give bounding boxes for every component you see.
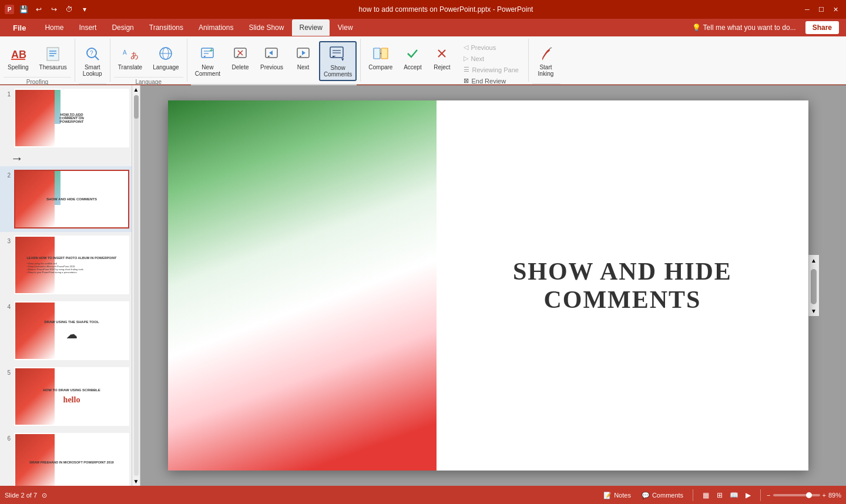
zoom-slider[interactable] bbox=[773, 494, 820, 496]
normal-view-btn[interactable]: ▦ bbox=[699, 489, 712, 502]
svg-marker-25 bbox=[269, 51, 273, 55]
new-comment-label: NewComment bbox=[195, 64, 220, 77]
share-button[interactable]: Share bbox=[805, 21, 839, 34]
tab-slideshow[interactable]: Slide Show bbox=[241, 19, 291, 36]
notes-button[interactable]: 📝 Notes bbox=[600, 490, 634, 500]
slide-thumbnail-6[interactable]: 6 DRAW FREEHAND IN MICROSOFT POWERPOINT … bbox=[0, 429, 132, 486]
scrollbar-down-btn[interactable]: ▼ bbox=[808, 305, 819, 316]
end-review-btn[interactable]: ⊠ End Review bbox=[460, 76, 522, 86]
compare-next-btn[interactable]: ▷ Next bbox=[460, 53, 522, 63]
right-scrollbar[interactable]: ▲ ▼ bbox=[808, 255, 819, 316]
arrow-indicator: → bbox=[0, 151, 132, 166]
reviewing-pane-btn[interactable]: ☰ Reviewing Pane bbox=[460, 65, 522, 75]
reading-view-btn[interactable]: 📖 bbox=[727, 489, 740, 502]
slide-thumbnail-2[interactable]: 2 SHOW AND HIDE COMMENTS bbox=[0, 166, 132, 232]
previous-comment-button[interactable]: Previous bbox=[256, 41, 287, 73]
svg-rect-35 bbox=[381, 48, 388, 59]
slide-number-5: 5 bbox=[2, 367, 11, 376]
svg-text:あ: あ bbox=[130, 51, 139, 60]
slide-number-6: 6 bbox=[2, 433, 11, 442]
main-slide-canvas[interactable]: SHOW AND HIDE COMMENTS bbox=[168, 100, 808, 471]
next-comment-button[interactable]: Next bbox=[290, 41, 317, 73]
slide-panel-scrollbar[interactable]: ▲ ▼ bbox=[132, 85, 140, 486]
tell-me-bar[interactable]: 💡 Tell me what you want to do... bbox=[687, 23, 801, 32]
scroll-down-btn[interactable]: ▼ bbox=[132, 477, 140, 486]
thesaurus-icon bbox=[43, 44, 62, 63]
language-icon bbox=[156, 44, 175, 63]
comments-status-label: Comments bbox=[652, 492, 683, 499]
smart-lookup-icon: ? bbox=[83, 44, 102, 63]
accept-button[interactable]: Accept bbox=[399, 41, 426, 73]
spelling-label: Spelling bbox=[8, 64, 29, 70]
zoom-level[interactable]: 89% bbox=[828, 492, 841, 499]
thesaurus-button[interactable]: Thesaurus bbox=[35, 41, 71, 73]
proofing-group: ABC Spelling Thesaurus Proofing bbox=[0, 39, 75, 82]
save-qat-btn[interactable]: 💾 bbox=[18, 4, 29, 15]
slide-thumbnail-5[interactable]: 5 HOW TO DRAW USING SCRIBBLE hello bbox=[0, 364, 132, 429]
tab-file[interactable]: File bbox=[2, 19, 36, 36]
close-btn[interactable]: ✕ bbox=[830, 4, 841, 15]
tab-insert[interactable]: Insert bbox=[72, 19, 103, 36]
minimize-btn[interactable]: ─ bbox=[801, 4, 813, 15]
spelling-icon: ABC bbox=[9, 44, 28, 63]
tab-design[interactable]: Design bbox=[105, 19, 140, 36]
zoom-in-icon[interactable]: + bbox=[822, 492, 826, 499]
spelling-button[interactable]: ABC Spelling bbox=[4, 41, 33, 73]
tab-animations[interactable]: Animations bbox=[192, 19, 240, 36]
zoom-slider-thumb bbox=[806, 492, 812, 498]
slide-info: Slide 2 of 7 bbox=[5, 492, 37, 499]
start-inking-button[interactable]: StartInking bbox=[532, 41, 559, 80]
zoom-out-icon[interactable]: − bbox=[767, 492, 770, 499]
view-buttons: ▦ ⊞ 📖 ▶ bbox=[699, 489, 754, 502]
undo-qat-btn[interactable]: ↩ bbox=[33, 4, 45, 15]
compare-button[interactable]: Compare bbox=[364, 41, 397, 73]
slide-panel: 1 HOW TO ADDCOMMENT ONPOWERPOINT simple … bbox=[0, 85, 132, 486]
status-right: 📝 Notes 💬 Comments ▦ ⊞ 📖 ▶ − + 89% bbox=[600, 489, 841, 502]
show-comments-button[interactable]: ▾ ShowComments bbox=[319, 41, 357, 81]
start-inking-label: StartInking bbox=[538, 64, 554, 77]
ribbon-content: ABC Spelling Thesaurus Proofing ? bbox=[0, 36, 846, 85]
comments-status-button[interactable]: 💬 Comments bbox=[638, 490, 687, 500]
tab-review[interactable]: Review bbox=[292, 19, 329, 36]
slideshow-view-btn[interactable]: ▶ bbox=[741, 489, 754, 502]
reject-button[interactable]: Reject bbox=[428, 41, 455, 73]
slide-thumb-img-1: HOW TO ADDCOMMENT ONPOWERPOINT simple sl… bbox=[14, 89, 129, 147]
status-icon-accessibility[interactable]: ⊙ bbox=[42, 492, 47, 499]
translate-button[interactable]: Aあ Translate bbox=[114, 41, 146, 73]
tab-home[interactable]: Home bbox=[38, 19, 70, 36]
next-comment-icon bbox=[294, 44, 313, 63]
slide-thumbnail-4[interactable]: 4 DRAW USING THE SHAPE TOOL ☁ bbox=[0, 298, 132, 364]
slide-thumbnail-3[interactable]: 3 LEARN HOW TO INSERT PHOTO ALBUM IN POW… bbox=[0, 232, 132, 298]
redo-qat-btn[interactable]: ↪ bbox=[48, 4, 60, 15]
svg-text:?: ? bbox=[90, 50, 93, 56]
new-comment-button[interactable]: + NewComment bbox=[191, 41, 224, 80]
show-comments-label: ShowComments bbox=[324, 65, 352, 78]
ink-group: StartInking Ink bbox=[529, 39, 564, 82]
scroll-up-btn[interactable]: ▲ bbox=[132, 85, 140, 94]
compare-group: Compare Accept Reject ◁ bbox=[361, 39, 529, 82]
tab-transitions[interactable]: Transitions bbox=[142, 19, 190, 36]
language-button[interactable]: Language bbox=[149, 41, 183, 73]
scrollbar-up-btn[interactable]: ▲ bbox=[808, 255, 819, 266]
title-bar-title: how to add comments on PowerPoint.pptx -… bbox=[90, 5, 801, 14]
delete-comment-icon bbox=[231, 44, 250, 63]
maximize-btn[interactable]: ☐ bbox=[815, 4, 827, 15]
slide-thumbnail-1[interactable]: 1 HOW TO ADDCOMMENT ONPOWERPOINT simple … bbox=[0, 85, 132, 151]
tell-me-text: Tell me what you want to do... bbox=[703, 23, 796, 32]
slide-number-1: 1 bbox=[2, 89, 11, 98]
compare-label: Compare bbox=[368, 64, 392, 70]
tab-view[interactable]: View bbox=[331, 19, 360, 36]
slide-thumb-img-3: LEARN HOW TO INSERT PHOTO ALBUM IN POWER… bbox=[14, 236, 129, 294]
delete-comment-button[interactable]: Delete bbox=[227, 41, 254, 73]
scroll-track bbox=[134, 95, 139, 476]
more-qat-btn[interactable]: ▾ bbox=[79, 4, 90, 15]
slide-sorter-btn[interactable]: ⊞ bbox=[713, 489, 726, 502]
smart-lookup-button[interactable]: ? SmartLookup bbox=[79, 41, 106, 80]
slide-number-4: 4 bbox=[2, 301, 11, 310]
show-comments-icon: ▾ bbox=[328, 45, 347, 63]
compare-previous-btn[interactable]: ◁ Previous bbox=[460, 42, 522, 52]
autosave-qat-btn[interactable]: ⏱ bbox=[63, 4, 75, 15]
main-slide-title: SHOW AND HIDE COMMENTS bbox=[437, 257, 808, 314]
title-bar: P 💾 ↩ ↪ ⏱ ▾ how to add comments on Power… bbox=[0, 0, 846, 19]
ribbon: File Home Insert Design Transitions Anim… bbox=[0, 19, 846, 85]
